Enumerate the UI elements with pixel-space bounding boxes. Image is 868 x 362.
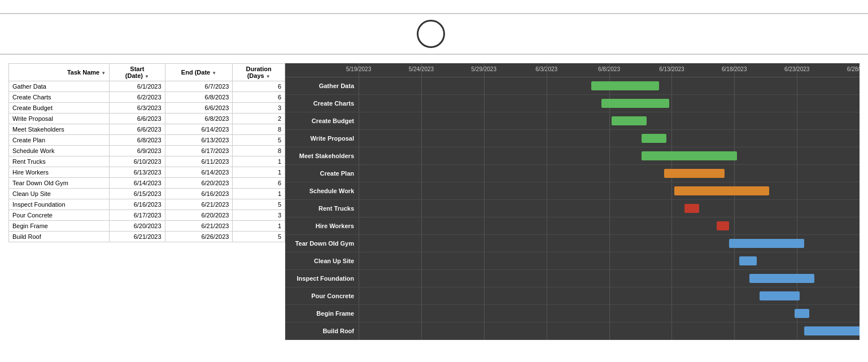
gantt-task-label: Tear Down Old Gym (285, 240, 359, 247)
gantt-grid-line (609, 182, 610, 199)
filter-icon-end[interactable]: ▼ (212, 71, 216, 76)
table-row: Hire Workers 6/13/2023 6/14/2023 1 (9, 167, 285, 178)
table-row: Create Plan 6/8/2023 6/13/2023 5 (9, 135, 285, 146)
gantt-grid-line (797, 112, 797, 129)
gantt-task-label: Create Charts (285, 100, 359, 107)
task-duration-cell: 6 (233, 92, 285, 103)
gantt-task-label: Create Budget (285, 117, 359, 124)
gantt-bar (760, 291, 800, 300)
gantt-row: Tear Down Old Gym (285, 235, 860, 252)
gantt-grid-line (421, 130, 422, 147)
gantt-bars-area (359, 112, 860, 129)
task-end-cell: 6/21/2023 (165, 221, 233, 232)
gantt-grid-line (484, 200, 485, 217)
gantt-grid-line (797, 63, 797, 77)
gantt-grid-line (547, 305, 547, 322)
gantt-grid-line (547, 217, 547, 234)
gantt-grid-line (797, 147, 797, 164)
col-header-duration: Duration(Days ▼ (233, 64, 285, 81)
task-duration-cell: 3 (233, 210, 285, 221)
gantt-grid-line (421, 147, 422, 164)
logo-icon (417, 20, 445, 48)
gantt-grid-line (671, 287, 672, 304)
gantt-task-label: Clean Up Site (285, 258, 359, 264)
gantt-grid-line (547, 270, 547, 287)
task-end-cell: 6/8/2023 (165, 92, 233, 103)
task-start-cell: 6/8/2023 (110, 135, 165, 146)
gantt-bars-area (359, 217, 860, 234)
task-table-container: Task Name ▼ Start(Date) ▼ End (Date ▼ Du… (8, 63, 285, 340)
gantt-grid-line (359, 287, 359, 304)
gantt-grid-line (547, 165, 547, 182)
task-name-cell: Write Proposal (9, 114, 110, 124)
gantt-grid-line (547, 252, 547, 269)
task-start-cell: 6/13/2023 (110, 167, 165, 178)
gantt-grid-line (671, 182, 672, 199)
gantt-bar (739, 256, 757, 265)
gantt-grid-line (609, 63, 610, 77)
table-row: Clean Up Site 6/15/2023 6/16/2023 1 (9, 189, 285, 199)
gantt-bars-area (359, 200, 860, 217)
task-start-cell: 6/3/2023 (110, 103, 165, 114)
gantt-grid-line (671, 305, 672, 322)
gantt-bars-area (359, 77, 860, 94)
gantt-task-label: Schedule Work (285, 187, 359, 194)
gantt-grid-line (797, 165, 797, 182)
gantt-task-label: Begin Frame (285, 310, 359, 317)
task-name-cell: Tear Down Old Gym (9, 178, 110, 189)
gantt-grid-line (671, 252, 672, 269)
gantt-row: Schedule Work (285, 182, 860, 200)
task-start-cell: 6/14/2023 (110, 178, 165, 189)
table-row: Gather Data 6/1/2023 6/7/2023 6 (9, 81, 285, 92)
filter-icon-duration[interactable]: ▼ (266, 74, 271, 79)
task-name-cell: Create Charts (9, 92, 110, 103)
gantt-grid-line (671, 112, 672, 129)
task-table: Task Name ▼ Start(Date) ▼ End (Date ▼ Du… (8, 63, 285, 242)
gantt-grid-line (484, 112, 485, 129)
gantt-grid-line (359, 112, 359, 129)
task-name-cell: Meet Stakeholders (9, 124, 110, 135)
gantt-grid-line (609, 217, 610, 234)
gantt-grid-line (421, 305, 422, 322)
task-start-cell: 6/21/2023 (110, 232, 165, 242)
gantt-grid-line (797, 182, 797, 199)
table-row: Tear Down Old Gym 6/14/2023 6/20/2023 6 (9, 178, 285, 189)
task-start-cell: 6/2/2023 (110, 92, 165, 103)
logo-area (417, 20, 452, 48)
gantt-grid-line (797, 322, 797, 339)
gantt-grid-line (484, 235, 485, 252)
gantt-row: Rent Trucks (285, 200, 860, 217)
gantt-task-label: Create Plan (285, 170, 359, 177)
col-header-name: Task Name ▼ (9, 64, 110, 81)
gantt-task-label: Rent Trucks (285, 205, 359, 212)
gantt-bar (664, 169, 724, 178)
table-row: Inspect Foundation 6/16/2023 6/21/2023 5 (9, 199, 285, 210)
gantt-row: Meet Stakeholders (285, 147, 860, 165)
task-start-cell: 6/10/2023 (110, 156, 165, 167)
main-content: Task Name ▼ Start(Date) ▼ End (Date ▼ Du… (0, 58, 868, 346)
gantt-grid-line (484, 77, 485, 94)
gantt-grid-line (609, 130, 610, 147)
gantt-bar (642, 134, 666, 143)
task-duration-cell: 1 (233, 189, 285, 199)
gantt-grid-line (609, 305, 610, 322)
gantt-wrapper: 5/19/20235/24/20235/29/20236/3/20236/8/2… (285, 63, 860, 340)
gantt-grid-line (359, 235, 359, 252)
gantt-bars-area (359, 147, 860, 164)
filter-icon-name[interactable]: ▼ (101, 71, 106, 76)
gantt-grid-line (734, 165, 735, 182)
page-header (0, 0, 868, 10)
task-name-cell: Create Budget (9, 103, 110, 114)
gantt-task-label: Hire Workers (285, 223, 359, 229)
filter-icon-start[interactable]: ▼ (145, 74, 149, 79)
gantt-bar (729, 239, 804, 248)
gantt-bars-area (359, 235, 860, 252)
table-row: Create Budget 6/3/2023 6/6/2023 3 (9, 103, 285, 114)
table-row: Meet Stakeholders 6/6/2023 6/14/2023 8 (9, 124, 285, 135)
gantt-grid-line (734, 217, 735, 234)
table-row: Rent Trucks 6/10/2023 6/11/2023 1 (9, 156, 285, 167)
gantt-grid-line (547, 95, 547, 112)
task-end-cell: 6/14/2023 (165, 124, 233, 135)
task-start-cell: 6/17/2023 (110, 210, 165, 221)
task-start-cell: 6/16/2023 (110, 199, 165, 210)
